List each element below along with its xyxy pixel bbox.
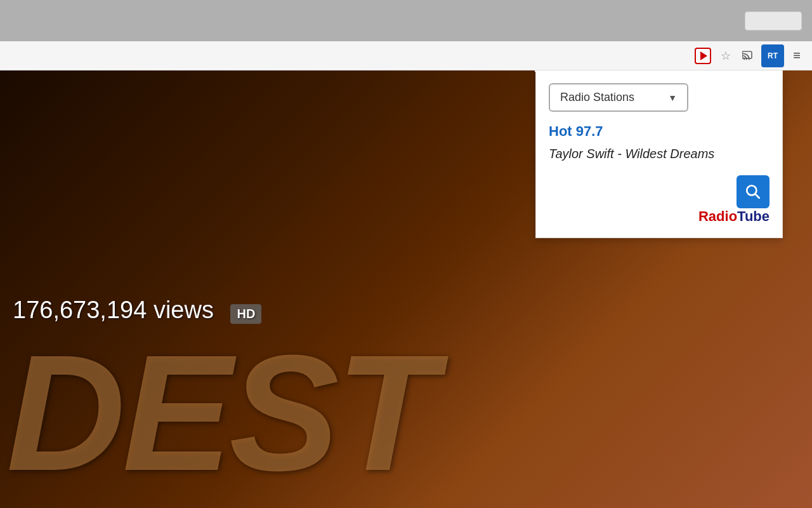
hamburger-icon: ≡ (793, 48, 801, 63)
radio-stations-label: Radio Stations (560, 91, 634, 104)
search-button[interactable] (737, 175, 769, 208)
station-name: Hot 97.7 (549, 123, 769, 140)
big-letters: DEST (6, 330, 433, 495)
play-extension-button[interactable] (693, 46, 713, 66)
song-title: Taylor Swift - Wildest Dreams (549, 145, 769, 163)
address-bar[interactable] (745, 11, 802, 30)
view-count: 176,673,194 views (13, 297, 214, 323)
hamburger-menu-button[interactable]: ≡ (787, 46, 807, 66)
chevron-down-icon: ▼ (668, 93, 677, 103)
radiotube-radio-text: Radio (698, 208, 737, 224)
video-background-text: DEST (0, 241, 520, 508)
browser-top-bar (0, 0, 812, 41)
browser-toolbar: ☆ RT ≡ (0, 41, 812, 70)
main-content-area: DEST 176,673,194 views HD Radio Stations… (0, 70, 812, 508)
bookmark-button[interactable]: ☆ (716, 46, 736, 66)
svg-line-2 (756, 194, 759, 198)
cast-icon (742, 49, 755, 63)
radio-stations-dropdown[interactable]: Radio Stations ▼ (549, 83, 688, 112)
views-overlay: 176,673,194 views HD (0, 297, 274, 324)
cast-button[interactable] (738, 46, 759, 66)
rt-extension-button[interactable]: RT (761, 44, 784, 67)
star-icon: ☆ (721, 49, 731, 63)
radiotube-popup: Radio Stations ▼ Hot 97.7 Taylor Swift -… (535, 70, 783, 238)
hd-badge: HD (230, 304, 261, 324)
radiotube-branding: RadioTube (549, 208, 769, 225)
search-icon (745, 184, 761, 200)
radiotube-tube-text: Tube (737, 208, 769, 224)
rt-label: RT (768, 51, 778, 60)
